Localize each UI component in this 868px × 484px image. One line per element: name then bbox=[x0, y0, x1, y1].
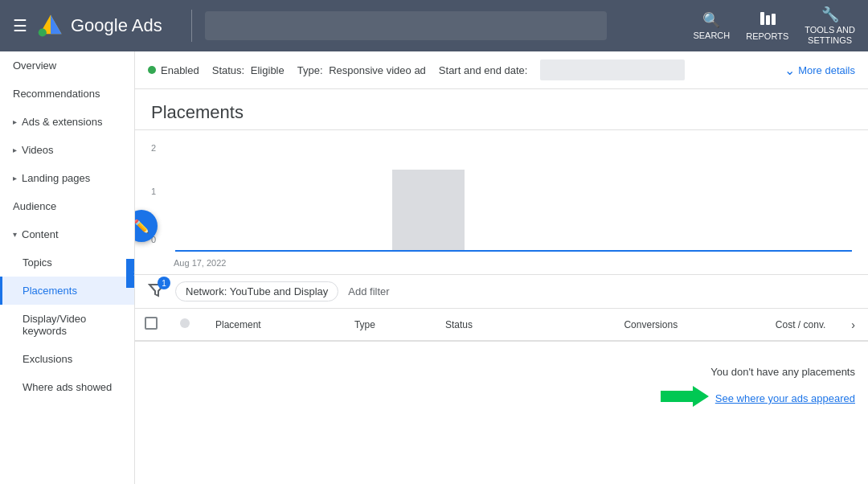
chart-inner: 2 1 0 Aug 17, 2022 bbox=[151, 130, 852, 274]
arrow-link-row: See where your ads appeared bbox=[148, 384, 855, 412]
th-conversions-label: Conversions bbox=[624, 319, 678, 330]
nav-search-box bbox=[205, 11, 607, 40]
expand-icon: ▸ bbox=[13, 174, 17, 183]
sidebar-item-label: Audience bbox=[13, 200, 56, 212]
sidebar-item-label: Exclusions bbox=[23, 353, 72, 365]
empty-message: You don't have any placements bbox=[148, 366, 855, 378]
date-field: Start and end date: bbox=[439, 64, 528, 76]
th-status: Status bbox=[432, 309, 536, 341]
th-more-icon: › bbox=[851, 318, 855, 331]
hamburger-menu[interactable]: ☰ bbox=[13, 16, 27, 35]
sidebar-item-label: Landing pages bbox=[22, 172, 90, 184]
svg-rect-4 bbox=[766, 15, 770, 25]
y-label-2: 2 bbox=[151, 143, 156, 153]
expand-icon: ▸ bbox=[13, 117, 17, 126]
svg-point-2 bbox=[39, 28, 47, 36]
sidebar-item-label: Videos bbox=[22, 144, 54, 156]
th-dot bbox=[167, 309, 203, 341]
table-header: Placement Type Status Conversions Cost / bbox=[135, 309, 868, 341]
th-placement: Placement bbox=[203, 309, 342, 341]
date-input[interactable] bbox=[540, 59, 685, 80]
top-navigation: ☰ Google Ads 🔍 SEARCH REPORTS 🔧 TOOLS AN… bbox=[0, 0, 868, 51]
chart-area: ✏️ 2 1 0 Aug 17, 2022 bbox=[135, 130, 868, 275]
sidebar-collapse-arrow[interactable]: › bbox=[126, 259, 135, 288]
th-checkbox bbox=[135, 309, 167, 341]
sidebar-item-ads---extensions[interactable]: ▸Ads & extensions bbox=[0, 108, 134, 136]
more-details-button[interactable]: ⌄ More details bbox=[784, 63, 855, 78]
nav-actions: 🔍 SEARCH REPORTS 🔧 TOOLS AND SETTINGS bbox=[693, 6, 855, 46]
reports-icon bbox=[760, 11, 776, 30]
main-layout: OverviewRecommendations▸Ads & extensions… bbox=[0, 51, 868, 484]
table-header-row: Placement Type Status Conversions Cost / bbox=[135, 309, 868, 341]
chart-baseline bbox=[175, 250, 852, 252]
empty-state-row: You don't have any placements See where … bbox=[135, 341, 868, 437]
add-filter-button[interactable]: Add filter bbox=[348, 285, 389, 297]
sidebar-item-overview[interactable]: Overview bbox=[0, 51, 134, 80]
sidebar-item-label: Ads & extensions bbox=[22, 116, 102, 128]
expand-icon: ▾ bbox=[13, 230, 17, 239]
svg-rect-5 bbox=[772, 14, 776, 25]
sidebar-item-label: Content bbox=[22, 228, 59, 240]
search-nav-button[interactable]: 🔍 SEARCH bbox=[693, 11, 730, 40]
table-body: You don't have any placements See where … bbox=[135, 341, 868, 437]
empty-state: You don't have any placements See where … bbox=[135, 342, 868, 437]
type-label: Type: bbox=[297, 64, 323, 76]
filter-bar: 1 Network: YouTube and Display Add filte… bbox=[135, 275, 868, 309]
app-logo: Google Ads bbox=[37, 12, 162, 39]
type-value: Responsive video ad bbox=[329, 64, 426, 76]
header-checkbox[interactable] bbox=[145, 317, 158, 330]
sidebar-item-topics[interactable]: Topics bbox=[0, 248, 134, 277]
sidebar-item-where-ads-showed[interactable]: Where ads showed bbox=[0, 373, 134, 401]
search-icon: 🔍 bbox=[702, 11, 720, 29]
status-bar: Enabled Status: Eligible Type: Responsiv… bbox=[135, 51, 868, 89]
sidebar-item-landing-pages[interactable]: ▸Landing pages bbox=[0, 164, 134, 192]
page-title: Placements bbox=[151, 102, 852, 123]
status-label: Status: bbox=[212, 64, 244, 76]
filter-chip[interactable]: Network: YouTube and Display bbox=[175, 281, 338, 301]
sidebar-item-placements[interactable]: Placements bbox=[0, 277, 134, 305]
tools-label: TOOLS AND SETTINGS bbox=[805, 25, 855, 46]
th-cost-per-conv-label: Cost / conv. bbox=[776, 319, 825, 330]
empty-state-cell: You don't have any placements See where … bbox=[135, 341, 868, 437]
sidebar-item-label: Placements bbox=[23, 285, 77, 297]
y-label-1: 1 bbox=[151, 187, 156, 196]
sidebar-item-videos[interactable]: ▸Videos bbox=[0, 136, 134, 164]
enabled-dot bbox=[148, 66, 156, 74]
th-type: Type bbox=[342, 309, 432, 341]
status-value: Eligible bbox=[251, 64, 285, 76]
reports-label: REPORTS bbox=[746, 31, 788, 41]
type-field: Type: Responsive video ad bbox=[297, 64, 426, 76]
app-title: Google Ads bbox=[71, 15, 162, 36]
filter-icon-wrap[interactable]: 1 bbox=[148, 281, 166, 301]
search-label: SEARCH bbox=[693, 31, 730, 40]
chart-bar bbox=[392, 170, 465, 250]
sidebar-item-recommendations[interactable]: Recommendations bbox=[0, 80, 134, 108]
expand-icon: ▸ bbox=[13, 146, 17, 154]
svg-marker-6 bbox=[661, 386, 709, 407]
enabled-label: Enabled bbox=[161, 64, 199, 76]
svg-rect-3 bbox=[760, 12, 764, 25]
tools-nav-button[interactable]: 🔧 TOOLS AND SETTINGS bbox=[805, 6, 855, 46]
th-placement-label: Placement bbox=[215, 319, 261, 330]
sidebar-item-label: Display/Video keywords bbox=[23, 313, 121, 337]
svg-marker-1 bbox=[51, 14, 62, 34]
sidebar-item-label: Topics bbox=[23, 256, 52, 269]
sidebar-item-label: Overview bbox=[13, 59, 56, 72]
status-enabled: Enabled bbox=[148, 64, 199, 76]
filter-badge: 1 bbox=[158, 277, 170, 289]
header-dot bbox=[180, 318, 190, 328]
sidebar-item-exclusions[interactable]: Exclusions bbox=[0, 345, 134, 373]
placements-table: Placement Type Status Conversions Cost / bbox=[135, 309, 868, 437]
reports-nav-button[interactable]: REPORTS bbox=[746, 11, 788, 41]
table-wrap: Placement Type Status Conversions Cost / bbox=[135, 309, 868, 484]
th-conversions: Conversions bbox=[536, 309, 690, 341]
th-type-label: Type bbox=[354, 319, 375, 330]
sidebar-item-content[interactable]: ▾Content bbox=[0, 220, 134, 248]
status-field: Status: Eligible bbox=[212, 64, 285, 76]
sidebar-item-audience[interactable]: Audience bbox=[0, 192, 134, 220]
logo-icon bbox=[37, 12, 64, 39]
nav-divider bbox=[191, 10, 192, 42]
more-details-label: More details bbox=[798, 64, 855, 76]
see-where-link[interactable]: See where your ads appeared bbox=[715, 392, 855, 404]
sidebar-item-display-video-keywords[interactable]: Display/Video keywords bbox=[0, 305, 134, 345]
